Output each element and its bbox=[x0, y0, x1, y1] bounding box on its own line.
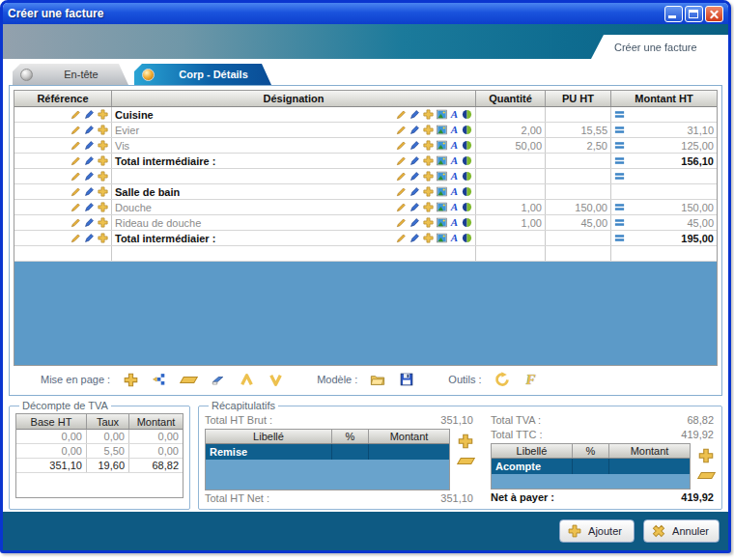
image-icon[interactable] bbox=[437, 202, 447, 212]
letter-a-icon[interactable]: A bbox=[450, 217, 459, 228]
quantity-cell[interactable] bbox=[475, 246, 545, 261]
tva-row[interactable]: 0,00 5,50 0,00 bbox=[16, 444, 183, 459]
maximize-button[interactable] bbox=[685, 6, 703, 22]
pencil-icon[interactable] bbox=[71, 140, 81, 151]
pencil-icon[interactable] bbox=[71, 217, 81, 228]
add-icon[interactable] bbox=[98, 155, 108, 166]
invoice-table-empty-area[interactable] bbox=[14, 262, 717, 365]
invoice-row[interactable]: Douche A 1,00 150,00 150,00 bbox=[14, 200, 717, 215]
formula-icon[interactable]: F bbox=[521, 371, 542, 388]
pencil-icon[interactable] bbox=[71, 125, 81, 135]
image-icon[interactable] bbox=[437, 186, 447, 197]
convert-icon[interactable] bbox=[492, 371, 513, 388]
open-folder-icon[interactable] bbox=[367, 371, 388, 388]
add-discount-button[interactable] bbox=[458, 434, 473, 449]
pen-icon[interactable] bbox=[409, 233, 420, 243]
unit-price-cell[interactable] bbox=[545, 246, 610, 261]
pen-icon[interactable] bbox=[409, 202, 420, 212]
letter-a-icon[interactable]: A bbox=[450, 171, 459, 182]
designation-cell[interactable]: A bbox=[111, 169, 475, 183]
pen-icon[interactable] bbox=[409, 155, 420, 166]
pen-icon[interactable] bbox=[84, 233, 95, 243]
contrast-icon[interactable] bbox=[462, 140, 472, 151]
letter-a-icon[interactable]: A bbox=[450, 233, 459, 243]
add-icon[interactable] bbox=[423, 233, 434, 243]
equals-icon[interactable] bbox=[614, 171, 625, 182]
pencil-icon[interactable] bbox=[71, 202, 81, 212]
reference-cell[interactable] bbox=[14, 107, 111, 122]
unit-price-cell[interactable]: 45,00 bbox=[545, 215, 610, 230]
letter-a-icon[interactable]: A bbox=[450, 140, 459, 151]
pen-icon[interactable] bbox=[409, 186, 420, 197]
quantity-cell[interactable] bbox=[475, 231, 545, 245]
reference-cell[interactable] bbox=[14, 246, 111, 261]
image-icon[interactable] bbox=[437, 125, 447, 135]
designation-cell[interactable]: Evier A bbox=[111, 123, 475, 137]
pencil-icon[interactable] bbox=[71, 186, 81, 197]
pen-icon[interactable] bbox=[84, 155, 95, 166]
contrast-icon[interactable] bbox=[462, 186, 472, 197]
designation-cell[interactable]: Total intermédiaier : A bbox=[111, 231, 475, 245]
amount-cell[interactable]: 125,00 bbox=[610, 138, 717, 153]
invoice-row[interactable]: Rideau de douche A 1,00 45,00 45,00 bbox=[14, 215, 717, 231]
reference-cell[interactable] bbox=[14, 200, 111, 214]
add-icon[interactable] bbox=[423, 155, 434, 166]
amount-cell[interactable] bbox=[610, 169, 717, 183]
amount-cell[interactable]: 156,10 bbox=[610, 154, 717, 168]
titlebar[interactable]: Créer une facture bbox=[3, 3, 728, 24]
pencil-icon[interactable] bbox=[396, 202, 407, 212]
contrast-icon[interactable] bbox=[462, 217, 472, 228]
pen-icon[interactable] bbox=[409, 171, 420, 182]
invoice-row[interactable]: A bbox=[14, 169, 717, 184]
unit-price-cell[interactable]: 150,00 bbox=[545, 200, 610, 214]
pen-icon[interactable] bbox=[409, 217, 420, 228]
unit-price-cell[interactable] bbox=[545, 184, 610, 199]
letter-a-icon[interactable]: A bbox=[450, 155, 459, 166]
designation-cell[interactable]: Salle de bain A bbox=[111, 184, 475, 199]
tva-row[interactable]: 351,10 19,60 68,82 bbox=[16, 459, 183, 473]
contrast-icon[interactable] bbox=[462, 125, 472, 135]
add-button[interactable]: Ajouter bbox=[559, 519, 635, 543]
pencil-icon[interactable] bbox=[396, 171, 407, 182]
unit-price-cell[interactable] bbox=[545, 107, 610, 122]
add-line-icon[interactable] bbox=[120, 371, 141, 388]
pencil-icon[interactable] bbox=[396, 233, 407, 243]
image-icon[interactable] bbox=[437, 109, 447, 120]
add-icon[interactable] bbox=[98, 109, 108, 120]
pen-icon[interactable] bbox=[84, 217, 95, 228]
pencil-icon[interactable] bbox=[71, 109, 81, 120]
add-icon[interactable] bbox=[98, 125, 108, 135]
unit-price-cell[interactable] bbox=[545, 154, 610, 168]
insert-section-icon[interactable] bbox=[149, 371, 170, 388]
designation-cell[interactable]: Douche A bbox=[111, 200, 475, 214]
pen-icon[interactable] bbox=[409, 125, 420, 135]
equals-icon[interactable] bbox=[614, 217, 625, 228]
image-icon[interactable] bbox=[437, 233, 447, 243]
pen-icon[interactable] bbox=[409, 140, 420, 151]
pen-icon[interactable] bbox=[409, 109, 420, 120]
designation-cell[interactable]: Vis A bbox=[111, 138, 475, 153]
add-icon[interactable] bbox=[423, 125, 434, 135]
add-icon[interactable] bbox=[423, 171, 434, 182]
add-icon[interactable] bbox=[98, 171, 108, 182]
reference-cell[interactable] bbox=[14, 169, 111, 183]
eraser-icon[interactable] bbox=[207, 371, 228, 388]
unit-price-cell[interactable] bbox=[545, 169, 610, 183]
amount-cell[interactable]: 150,00 bbox=[610, 200, 717, 214]
equals-icon[interactable] bbox=[614, 155, 625, 166]
equals-icon[interactable] bbox=[614, 233, 625, 243]
add-icon[interactable] bbox=[423, 217, 434, 228]
edit-deposit-button[interactable] bbox=[696, 472, 715, 479]
designation-cell[interactable]: Cuisine A bbox=[111, 107, 475, 122]
amount-cell[interactable]: 195,00 bbox=[610, 231, 717, 245]
edit-discount-button[interactable] bbox=[456, 458, 474, 464]
invoice-row[interactable]: Vis A 50,00 2,50 125,00 bbox=[14, 138, 717, 154]
pencil-icon[interactable] bbox=[71, 233, 81, 243]
add-icon[interactable] bbox=[98, 186, 108, 197]
equals-icon[interactable] bbox=[614, 125, 625, 135]
add-icon[interactable] bbox=[423, 202, 434, 212]
add-icon[interactable] bbox=[98, 202, 108, 212]
add-deposit-button[interactable] bbox=[698, 448, 714, 463]
amount-cell[interactable]: 31,10 bbox=[610, 123, 717, 137]
pencil-icon[interactable] bbox=[396, 140, 407, 151]
